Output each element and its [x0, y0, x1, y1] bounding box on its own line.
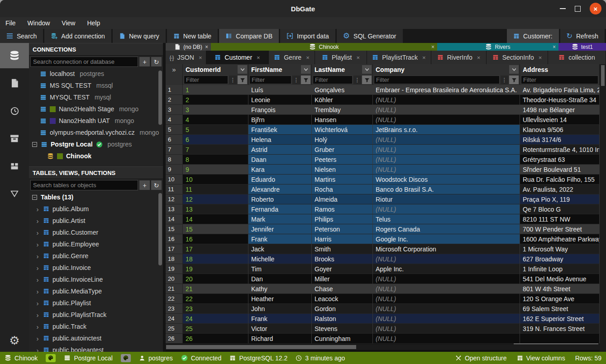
sidebar-item-settings[interactable]: ⚙ — [0, 328, 29, 353]
cell-company[interactable]: (NULL) — [373, 334, 520, 344]
cell-lastname[interactable]: Gruber — [312, 145, 373, 155]
cell-company[interactable]: Woodstock Discos — [373, 175, 520, 184]
column-dropdown-button[interactable] — [362, 65, 372, 74]
cell-address[interactable]: Rua Dr. Falcăo Filho, 155 — [520, 175, 600, 184]
status-item-chinook[interactable]: Chinook — [5, 355, 38, 362]
maximize-button[interactable] — [575, 6, 581, 12]
cell-customerid[interactable]: 15 — [183, 224, 248, 234]
cell-firstname[interactable]: Tim — [248, 264, 312, 274]
cell-lastname[interactable]: Ralston — [312, 314, 373, 324]
cell-lastname[interactable]: Brooks — [312, 254, 373, 264]
cell-customerid[interactable]: 20 — [183, 274, 248, 284]
cell-firstname[interactable]: Dan — [248, 274, 312, 284]
cell-company[interactable]: (NULL) — [373, 165, 520, 175]
cell-firstname[interactable]: Roberto — [248, 194, 312, 204]
sidebar-item-connections[interactable] — [0, 43, 29, 68]
column-dropdown-button[interactable] — [238, 65, 247, 74]
cell-lastname[interactable]: Cunningham — [312, 334, 373, 344]
cell-customerid[interactable]: 18 — [183, 254, 248, 264]
chevron-right-icon[interactable]: › — [35, 335, 40, 342]
cell-lastname[interactable]: Miller — [312, 274, 373, 284]
cell-customerid[interactable]: 19 — [183, 264, 248, 274]
cell-firstname[interactable]: Jennifer — [248, 224, 312, 234]
cell-lastname[interactable]: Holý — [312, 135, 373, 145]
cell-firstname[interactable]: Frank — [248, 314, 312, 324]
refresh-connections-button[interactable]: ↻ — [151, 57, 162, 66]
tables-group-row[interactable]: Tables (13) — [29, 191, 163, 203]
row-number[interactable]: 11 — [166, 184, 183, 194]
cell-address[interactable]: 162 E Superior Street — [520, 314, 600, 324]
tab-collection[interactable]: collection — [548, 51, 606, 64]
close-icon[interactable]: × — [306, 54, 310, 61]
tab-group-test1[interactable]: test1 — [558, 43, 606, 51]
toolbar-button-sql-generator[interactable]: ⚙SQL Generator — [337, 29, 403, 43]
chevron-right-icon[interactable]: › — [35, 217, 40, 225]
cell-company[interactable]: Telus — [373, 214, 520, 224]
sidebar-item-files[interactable] — [0, 71, 29, 96]
cell-company[interactable]: (NULL) — [373, 95, 520, 105]
status-item-badge[interactable] — [46, 354, 56, 362]
toolbar-button-new-table[interactable]: New table — [167, 29, 218, 43]
tab-sectioninfo[interactable]: SectionInfo× — [487, 51, 548, 64]
cell-company[interactable]: (NULL) — [373, 294, 520, 304]
cell-address[interactable]: 69 Salem Street — [520, 304, 600, 314]
chevron-right-icon[interactable]: › — [35, 205, 40, 213]
status-item-connected[interactable]: Connected — [181, 355, 222, 362]
close-icon[interactable]: × — [422, 54, 426, 61]
cell-lastname[interactable]: Stevens — [312, 324, 373, 334]
close-icon[interactable]: × — [199, 54, 202, 61]
close-icon[interactable]: × — [205, 44, 208, 50]
connection-color-badge[interactable] — [121, 354, 131, 362]
cell-firstname[interactable]: Leonie — [248, 95, 312, 105]
cell-company[interactable]: (NULL) — [373, 155, 520, 165]
cell-lastname[interactable]: Peeters — [312, 155, 373, 165]
cell-address[interactable]: 8210 111 ST NW — [520, 214, 600, 224]
close-icon[interactable]: × — [257, 54, 260, 61]
status-item-open-structure[interactable]: Open structure — [455, 355, 507, 362]
cell-customerid[interactable]: 1 — [183, 85, 248, 95]
status-item-postgres[interactable]: postgres — [139, 355, 173, 362]
cell-lastname[interactable]: Nielsen — [312, 165, 373, 175]
cell-company[interactable]: (NULL) — [373, 284, 520, 294]
tables-scrollbar-thumb[interactable] — [158, 193, 162, 265]
row-number[interactable]: 16 — [166, 234, 183, 244]
cell-company[interactable]: Riotur — [373, 194, 520, 204]
cell-customerid[interactable]: 16 — [183, 234, 248, 244]
filter-menu-button[interactable]: ⋮ — [353, 76, 361, 84]
cell-customerid[interactable]: 4 — [183, 115, 248, 125]
tab-riverinfo[interactable]: RiverInfo× — [431, 51, 487, 64]
close-icon[interactable]: × — [356, 54, 360, 61]
sidebar-item-single-connection[interactable] — [0, 181, 29, 206]
grid-horizontal-scrollbar[interactable] — [166, 344, 600, 350]
filter-input-company[interactable] — [374, 76, 500, 84]
cell-address[interactable]: Rilská 3174/6 — [520, 135, 600, 145]
connection-item[interactable]: Nano2Health Stagemongo — [29, 103, 163, 115]
connection-item[interactable]: MS SQL TESTmssql — [29, 80, 163, 91]
row-number[interactable]: 13 — [166, 204, 183, 214]
table-item[interactable]: ›public.Invoice — [29, 262, 163, 274]
cell-firstname[interactable]: Victor — [248, 324, 312, 334]
cell-lastname[interactable]: Philips — [312, 214, 373, 224]
cell-company[interactable]: JetBrains s.r.o. — [373, 125, 520, 135]
close-button[interactable]: × — [590, 3, 601, 14]
row-number[interactable]: 19 — [166, 264, 183, 274]
cell-lastname[interactable]: Köhler — [312, 95, 373, 105]
cell-company[interactable]: (NULL) — [373, 304, 520, 314]
cell-address[interactable]: 1600 Amphitheatre Parkway — [520, 234, 600, 244]
row-number[interactable]: 22 — [166, 294, 183, 304]
cell-firstname[interactable]: Luís — [248, 85, 312, 95]
table-item[interactable]: ›public.Customer — [29, 227, 163, 238]
connection-item[interactable]: localhostpostgres — [29, 68, 163, 80]
connections-scrollbar-thumb[interactable] — [158, 71, 162, 125]
column-header-firstname[interactable]: FirstName — [248, 64, 312, 75]
minimize-button[interactable] — [560, 8, 566, 9]
row-number[interactable]: 10 — [166, 175, 183, 184]
cell-customerid[interactable]: 3 — [183, 105, 248, 115]
cell-lastname[interactable]: Gordon — [312, 304, 373, 314]
cell-company[interactable]: Apple Inc. — [373, 264, 520, 274]
table-item[interactable]: ›public.MediaType — [29, 285, 163, 297]
close-icon[interactable]: × — [539, 54, 542, 61]
cell-lastname[interactable]: Almeida — [312, 194, 373, 204]
cell-lastname[interactable]: Rocha — [312, 184, 373, 194]
row-number[interactable]: 5 — [166, 125, 183, 135]
